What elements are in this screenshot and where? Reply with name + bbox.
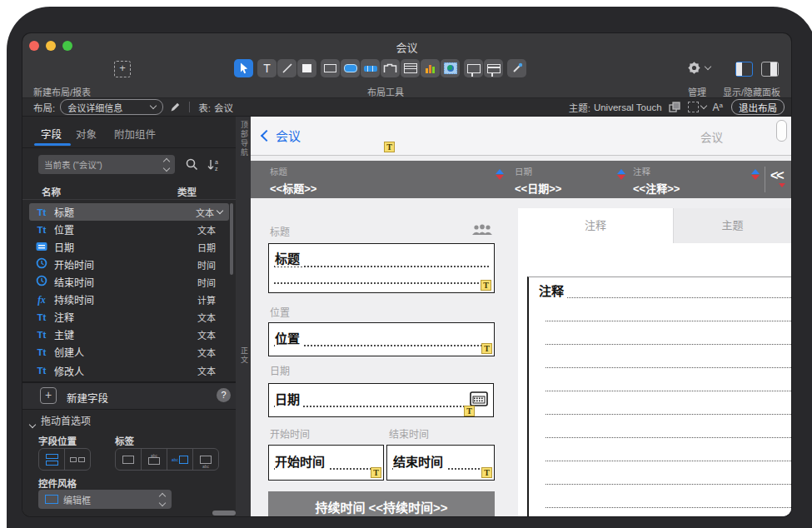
field-position-inline-option[interactable] bbox=[65, 449, 90, 470]
tab-topic[interactable]: 主题 bbox=[673, 208, 791, 243]
format-painter-icon bbox=[511, 62, 523, 74]
text-format-button[interactable]: Aa bbox=[713, 102, 723, 113]
field-row-modified-by[interactable]: Tt 修改人 文本 bbox=[29, 361, 229, 381]
new-field-row[interactable]: + 新建字段 ? bbox=[22, 381, 236, 410]
line-tool-button[interactable] bbox=[277, 59, 296, 77]
header-col-title[interactable]: 标题 <<标题>> bbox=[270, 165, 316, 196]
button-bar-icon bbox=[364, 66, 377, 72]
popover-tool-button[interactable] bbox=[464, 59, 483, 77]
tab-notes[interactable]: 注释 bbox=[518, 208, 673, 243]
back-button[interactable]: 会议 bbox=[262, 127, 301, 144]
title-field-value: 标题 bbox=[275, 249, 303, 266]
web-viewer-tool-button[interactable] bbox=[441, 59, 460, 77]
theme-name: Universal Touch bbox=[594, 102, 662, 112]
date-field[interactable]: 日期 T bbox=[268, 383, 494, 417]
part-label-strip: 顶部导航 正文 bbox=[236, 117, 252, 516]
end-time-value: 结束时间 bbox=[393, 452, 446, 470]
drag-prefs-disclosure[interactable] bbox=[30, 416, 35, 431]
pointer-tool-button[interactable] bbox=[234, 59, 253, 77]
tab-control-tool-button[interactable] bbox=[381, 59, 400, 77]
horizontal-scrollbar[interactable] bbox=[212, 511, 236, 516]
collapse-control[interactable]: << bbox=[770, 168, 783, 183]
column-type-header: 类型 bbox=[177, 185, 197, 198]
rectangle-tool-button[interactable] bbox=[297, 59, 316, 77]
title-field[interactable]: 标题 T bbox=[268, 243, 495, 293]
button-bar-tool-button[interactable] bbox=[361, 59, 380, 77]
label-left-option[interactable]: abc bbox=[167, 449, 193, 470]
duration-bar[interactable]: 持续时间 <<持续时间>> bbox=[268, 491, 495, 516]
new-layout-label: 新建布局/报表 bbox=[33, 85, 91, 98]
tab-fields[interactable]: 字段 bbox=[41, 126, 62, 142]
attendees-icon[interactable] bbox=[472, 224, 492, 236]
field-row-title[interactable]: Tt 标题 文本 bbox=[29, 203, 229, 221]
field-row-location[interactable]: Tt 位置 文本 bbox=[29, 221, 229, 238]
header-col-date[interactable]: 日期 <<日期>> bbox=[515, 165, 561, 196]
theme-label: 主题: bbox=[569, 101, 590, 114]
button-tool-button[interactable] bbox=[341, 59, 360, 77]
chevron-down-icon bbox=[150, 102, 157, 109]
label-none-option[interactable] bbox=[116, 449, 142, 470]
layout-selector[interactable]: 会议详细信息 bbox=[60, 99, 163, 115]
canvas-scrollbar[interactable] bbox=[776, 120, 787, 142]
location-field[interactable]: 位置 T bbox=[268, 322, 495, 356]
header-col-notes[interactable]: 注释 <<注释>> bbox=[633, 165, 680, 196]
tab-objects[interactable]: 对象 bbox=[76, 126, 97, 142]
control-style-selector[interactable]: 编辑框 bbox=[38, 490, 172, 509]
chevron-down-icon[interactable] bbox=[217, 207, 223, 214]
date-field-value: 日期 bbox=[275, 390, 303, 407]
title-field-label[interactable]: 标题 bbox=[270, 224, 290, 238]
calendar-field-icon bbox=[29, 240, 54, 255]
sort-az-icon[interactable]: az bbox=[207, 158, 222, 172]
svg-text:a: a bbox=[215, 159, 218, 165]
field-tool-button[interactable] bbox=[321, 59, 340, 77]
popover-icon bbox=[467, 64, 481, 73]
portal-tool-button[interactable] bbox=[401, 59, 420, 77]
exit-layout-button[interactable]: 退出布局 bbox=[731, 99, 785, 115]
help-button[interactable]: ? bbox=[217, 388, 231, 402]
add-field-button[interactable]: + bbox=[40, 387, 57, 404]
date-field-label[interactable]: 日期 bbox=[270, 363, 290, 377]
start-time-field[interactable]: 开始时间 T bbox=[268, 445, 384, 481]
text-field-icon: Tt bbox=[29, 207, 54, 217]
notes-field[interactable]: 注释 bbox=[527, 276, 791, 516]
field-row-primary-key[interactable]: Tt 主键 文本 bbox=[29, 326, 229, 343]
edit-layout-pencil-icon[interactable] bbox=[170, 102, 181, 112]
button-icon bbox=[344, 64, 357, 72]
field-row-notes[interactable]: Tt 注释 文本 bbox=[29, 308, 229, 326]
start-time-label[interactable]: 开始时间 bbox=[270, 426, 310, 441]
field-row-date[interactable]: 日期 日期 bbox=[29, 238, 229, 256]
calendar-picker-icon[interactable] bbox=[470, 391, 488, 407]
new-layout-button[interactable]: + bbox=[114, 61, 131, 77]
toggle-right-panel-button[interactable] bbox=[761, 62, 779, 77]
new-field-label: 新建字段 bbox=[67, 390, 108, 406]
collapse-arrow-icon bbox=[779, 183, 785, 187]
toggle-left-panel-button[interactable] bbox=[735, 62, 753, 77]
text-tool-button[interactable]: T bbox=[257, 59, 276, 77]
part-label-body[interactable]: 正文 bbox=[239, 346, 250, 365]
list-header-band[interactable]: 标题 <<标题>> 日期 <<日期>> 注释 <<注释>> << bbox=[251, 161, 791, 198]
chart-tool-button[interactable] bbox=[421, 59, 440, 77]
label-above-option[interactable]: abc bbox=[142, 449, 167, 470]
selection-style-button[interactable] bbox=[688, 102, 706, 112]
labels-label: 标签 bbox=[115, 434, 134, 447]
field-row-created-by[interactable]: Tt 创建人 文本 bbox=[29, 343, 229, 361]
field-row-start-time[interactable]: 开始时间 时间 bbox=[29, 256, 229, 273]
list-scrollbar[interactable] bbox=[230, 203, 233, 275]
part-label-top-navigation[interactable]: 顶部导航 bbox=[239, 121, 250, 157]
current-table-selector[interactable]: 当前表 ("会议") bbox=[38, 155, 175, 174]
tab-addons[interactable]: 附加组件 bbox=[114, 126, 156, 142]
field-position-stacked-option[interactable] bbox=[39, 449, 65, 470]
field-row-end-time[interactable]: 结束时间 时间 bbox=[29, 273, 229, 291]
location-field-label[interactable]: 位置 bbox=[270, 305, 290, 319]
slide-panel-tool-button[interactable] bbox=[484, 59, 503, 77]
format-painter-tool-button[interactable] bbox=[507, 59, 526, 77]
duplicate-theme-icon[interactable] bbox=[669, 102, 681, 113]
end-time-label[interactable]: 结束时间 bbox=[389, 426, 429, 441]
field-row-duration[interactable]: fx 持续时间 计算 bbox=[29, 291, 229, 308]
top-navigation-part[interactable]: 会议 会议 T bbox=[251, 117, 791, 156]
manage-menu-button[interactable] bbox=[687, 61, 710, 75]
label-inside-option[interactable]: abc bbox=[193, 449, 218, 470]
text-object-badge: T bbox=[481, 343, 492, 354]
search-icon[interactable] bbox=[186, 158, 198, 171]
end-time-field[interactable]: 结束时间 T bbox=[386, 445, 495, 481]
